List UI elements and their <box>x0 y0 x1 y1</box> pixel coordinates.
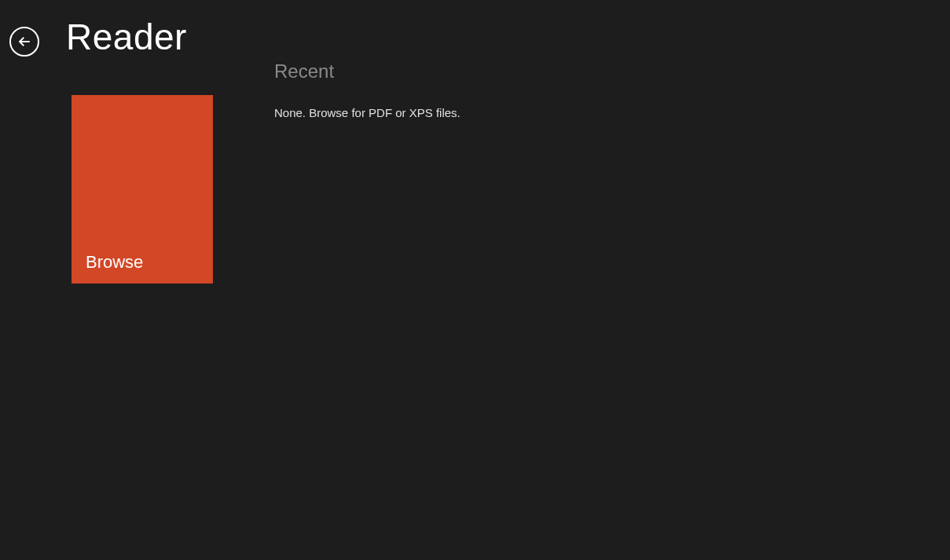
browse-label: Browse <box>86 252 143 273</box>
recent-section: Recent None. Browse for PDF or XPS files… <box>274 60 460 284</box>
recent-empty-text: None. Browse for PDF or XPS files. <box>274 106 460 119</box>
content-area: Browse Recent None. Browse for PDF or XP… <box>0 58 950 284</box>
arrow-left-icon <box>17 35 31 49</box>
recent-heading: Recent <box>274 60 460 82</box>
back-button[interactable] <box>9 27 39 57</box>
header: Reader <box>0 0 950 58</box>
browse-tile[interactable]: Browse <box>72 95 213 284</box>
app-title: Reader <box>66 16 187 58</box>
